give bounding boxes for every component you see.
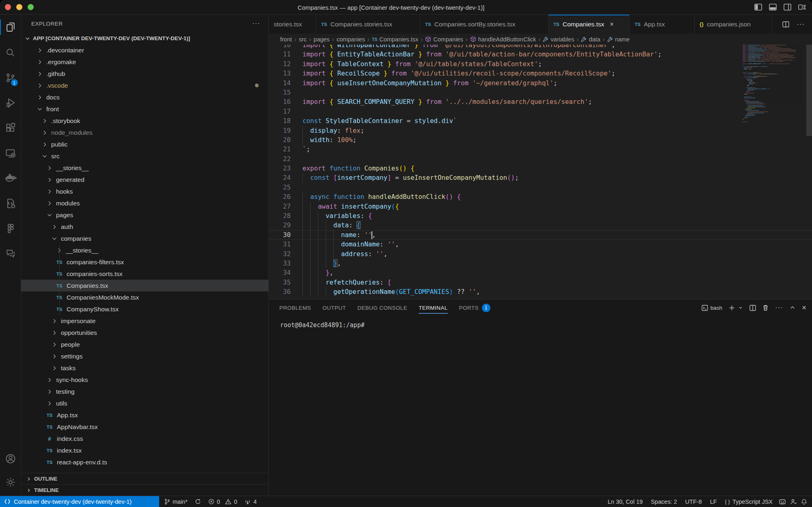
tree-item-sync-hooks[interactable]: sync-hooks <box>21 374 268 386</box>
activity-bar-item-comments[interactable] <box>0 241 21 266</box>
tree-item-__stories__[interactable]: __stories__ <box>21 162 268 174</box>
tree-item-__stories__[interactable]: __stories__ <box>21 244 268 256</box>
close-window-button[interactable] <box>5 4 11 10</box>
editor-tab-Companies.sortBy.stories.tsx[interactable]: TSCompanies.sortBy.stories.tsx <box>420 15 549 34</box>
tree-item-react-app-env.d.ts[interactable]: TSreact-app-env.d.ts <box>21 456 268 468</box>
breadcrumb-item-companies[interactable]: companies <box>337 36 365 43</box>
cursor-position-status[interactable]: Ln 30, Col 19 <box>606 498 645 505</box>
activity-bar-item-docker[interactable] <box>0 166 21 191</box>
panel-tab-debug-console[interactable]: DEBUG CONSOLE <box>357 300 407 316</box>
git-branch-status[interactable]: main* <box>162 498 190 505</box>
tree-item-.ergomake[interactable]: .ergomake <box>21 56 268 68</box>
code-line-12[interactable]: 12import { TableContext } from '@/ui/tab… <box>269 59 812 69</box>
activity-bar-item-settings[interactable] <box>0 470 21 494</box>
code-line-30[interactable]: 30name: '', <box>269 230 812 239</box>
minimap[interactable]: import { xxxxxxxxxxxxxxxxxx } from 'xxxx… <box>743 45 796 299</box>
code-editor[interactable]: 10import { WithTopBarContainer } from '@… <box>269 45 812 299</box>
customize-layout-icon[interactable] <box>798 4 806 11</box>
activity-bar-item-figma[interactable] <box>0 216 21 241</box>
code-line-34[interactable]: 34}, <box>269 268 812 277</box>
panel-tab-problems[interactable]: PROBLEMS <box>279 300 311 316</box>
split-editor-icon[interactable] <box>782 21 789 28</box>
explorer-actions-icon[interactable]: ··· <box>252 19 260 28</box>
copilot-icon[interactable] <box>779 498 786 505</box>
activity-bar-item-dev-container[interactable] <box>0 191 21 216</box>
tree-item-pages[interactable]: pages <box>21 209 268 221</box>
tree-item-docs[interactable]: docs <box>21 91 268 103</box>
maximize-panel-icon[interactable] <box>790 305 795 310</box>
activity-bar-item-search[interactable] <box>0 40 21 65</box>
panel-tab-ports[interactable]: PORTS1 <box>459 300 490 316</box>
outline-section[interactable]: OUTLINE <box>21 473 268 484</box>
terminal-dropdown-icon[interactable] <box>738 305 743 310</box>
code-line-19[interactable]: 19display: flex; <box>269 126 812 135</box>
code-line-35[interactable]: 35refetchQueries: [ <box>269 278 812 287</box>
editor-more-actions-icon[interactable]: ··· <box>797 20 805 28</box>
sync-changes-button[interactable] <box>193 498 203 505</box>
code-line-10[interactable]: 10import { WithTopBarContainer } from '@… <box>269 45 812 50</box>
activity-bar-item-extensions[interactable] <box>0 115 21 140</box>
tree-item-impersonate[interactable]: impersonate <box>21 315 268 327</box>
breadcrumb-item-pages[interactable]: pages <box>313 36 330 43</box>
tree-item-opportunities[interactable]: opportunities <box>21 327 268 339</box>
breadcrumb-item-Companies[interactable]: Companies <box>425 36 463 43</box>
code-line-18[interactable]: 18const StyledTableContainer = styled.di… <box>269 116 812 125</box>
tree-item-companies[interactable]: companies <box>21 233 268 244</box>
tree-item-hooks[interactable]: hooks <box>21 186 268 197</box>
code-line-17[interactable]: 17 <box>269 107 812 116</box>
panel-tab-terminal[interactable]: TERMINAL <box>419 300 447 316</box>
toggle-secondary-sidebar-icon[interactable] <box>784 4 791 11</box>
tree-item-App.tsx[interactable]: TSApp.tsx <box>21 409 268 421</box>
breadcrumb-item-Companies.tsx[interactable]: TSCompanies.tsx <box>372 36 418 43</box>
code-line-13[interactable]: 13import { RecoilScope } from '@/ui/util… <box>269 69 812 78</box>
close-panel-icon[interactable]: × <box>802 303 806 312</box>
tree-item-tasks[interactable]: tasks <box>21 362 268 374</box>
code-line-21[interactable]: 21`; <box>269 145 812 154</box>
workspace-section-header[interactable]: APP [CONTAINER DEV-TWENTY-DEV (DEV-TWENT… <box>21 32 268 44</box>
tree-item-modules[interactable]: modules <box>21 197 268 209</box>
editor-tab-App.tsx[interactable]: TSApp.tsx <box>630 15 695 34</box>
editor-tab-Companies.stories.tsx[interactable]: TSCompanies.stories.tsx <box>316 15 420 34</box>
notifications-bell-icon[interactable] <box>801 498 807 505</box>
timeline-section[interactable]: TIMELINE <box>21 484 268 496</box>
terminal-output[interactable]: root@0a42ecd84891:/app# <box>269 316 812 496</box>
tree-item-AppNavbar.tsx[interactable]: TSAppNavbar.tsx <box>21 421 268 433</box>
breadcrumb-item-front[interactable]: front <box>280 36 292 43</box>
tree-item-people[interactable]: people <box>21 339 268 350</box>
tree-item-testing[interactable]: testing <box>21 386 268 397</box>
tree-item-CompaniesMockMode.tsx[interactable]: TSCompaniesMockMode.tsx <box>21 291 268 303</box>
problems-status[interactable]: 0 0 <box>206 498 239 505</box>
activity-bar-item-accounts[interactable] <box>0 447 21 470</box>
tree-item-index.css[interactable]: #index.css <box>21 433 268 444</box>
breadcrumb-item-variables[interactable]: variables <box>543 36 574 43</box>
code-line-28[interactable]: 28variables: { <box>269 211 812 220</box>
panel-tab-output[interactable]: OUTPUT <box>322 300 346 316</box>
tree-item-auth[interactable]: auth <box>21 221 268 233</box>
code-line-23[interactable]: 23export function Companies() { <box>269 164 812 173</box>
tree-item-.github[interactable]: .github <box>21 68 268 80</box>
minimize-window-button[interactable] <box>16 4 22 10</box>
code-line-25[interactable]: 25 <box>269 183 812 192</box>
activity-bar-item-source-control[interactable]: 1 <box>0 65 21 90</box>
tree-item-Companies.tsx[interactable]: TSCompanies.tsx <box>21 280 268 291</box>
editor-tab-companies.json[interactable]: {}companies.json <box>695 15 772 34</box>
tree-item-src[interactable]: src <box>21 150 268 162</box>
breadcrumb-item-data[interactable]: data <box>581 36 600 43</box>
language-mode-status[interactable]: { } TypeScript JSX <box>723 498 775 505</box>
code-line-20[interactable]: 20width: 100%; <box>269 135 812 145</box>
editor-tab-stories.tsx[interactable]: stories.tsx <box>269 15 316 34</box>
code-line-16[interactable]: 16import { SEARCH_COMPANY_QUERY } from '… <box>269 97 812 106</box>
editor-scrollbar[interactable] <box>806 45 812 299</box>
activity-bar-item-explorer[interactable] <box>0 15 21 40</box>
code-line-31[interactable]: 31domainName: '', <box>269 239 812 249</box>
forwarded-ports-status[interactable]: 4 <box>242 498 259 505</box>
code-line-29[interactable]: 29data: { <box>269 220 812 230</box>
code-line-11[interactable]: 11import { EntityTableActionBar } from '… <box>269 50 812 59</box>
activity-bar-item-remote-explorer[interactable] <box>0 140 21 166</box>
code-line-27[interactable]: 27await insertCompany({ <box>269 202 812 211</box>
tree-item-generated[interactable]: generated <box>21 174 268 186</box>
eol-status[interactable]: LF <box>708 498 719 505</box>
tree-item-companies-sorts.tsx[interactable]: TScompanies-sorts.tsx <box>21 268 268 280</box>
code-line-26[interactable]: 26async function handleAddButtonClick() … <box>269 192 812 201</box>
toggle-sidebar-icon[interactable] <box>754 4 762 11</box>
